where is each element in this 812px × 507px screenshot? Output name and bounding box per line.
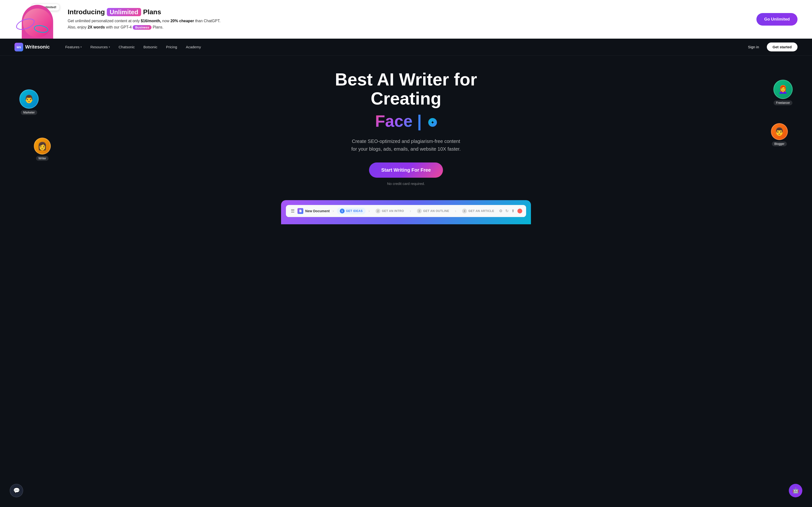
nav-chatsonic-label: Chatsonic [119,45,135,49]
banner-content: Introducing Unlimited Plans Get unlimite… [63,8,747,30]
banner-price: $16/month, [141,19,161,23]
logo-text: Writesonic [25,44,50,50]
nav-chatsonic[interactable]: Chatsonic [115,43,138,51]
hero-subheading: Create SEO-optimized and plagiarism-free… [351,137,461,153]
banner-desc-with: with our GPT-4 [106,25,133,29]
marketer-label: Marketer [21,110,37,115]
banner-title: Introducing Unlimited Plans [68,8,747,16]
hero-section: 👨 Marketer 👩 Writer 👩‍🦰 Freelancer 👨 Blo… [0,56,812,234]
blogger-label: Blogger [772,142,786,146]
chevron-down-icon: ▾ [109,46,110,48]
app-window: ☰ 📄 New Document › 1 GET IDEAS › 2 GET A… [286,205,526,217]
step-divider-2: › [368,209,370,213]
chevron-down-icon: ▾ [81,46,82,48]
app-preview-container: ☰ 📄 New Document › 1 GET IDEAS › 2 GET A… [281,200,531,224]
marketer-avatar-circle: 👨 [19,89,39,109]
nav-items: Features ▾ Resources ▾ Chatsonic Botsoni… [62,43,744,51]
step-4-number: 4 [462,209,467,213]
banner-image-area: Truly unlimited! [14,0,63,39]
banner-desc-plans: Plans. [153,25,163,29]
ai-badge-icon: ✦ [428,118,437,127]
banner-unlimited-badge: Unlimited [107,8,141,16]
settings-icon[interactable]: ⚙ [499,209,502,213]
nav-actions: Sign in Get started [744,43,798,51]
banner-description: Get unlimited personalized content at on… [68,18,747,30]
logo-link[interactable]: ws Writesonic [14,43,50,51]
blogger-avatar-circle: 👨 [771,123,788,140]
nav-features-label: Features [65,45,80,49]
banner-discount-val: 20% cheaper [170,19,194,23]
step-divider-1: › [333,209,334,213]
step-2-number: 2 [375,209,380,213]
document-icon: 📄 [298,208,303,214]
logo-short-text: ws [17,45,21,49]
step-3-number: 3 [417,209,422,213]
step-1-label: GET IDEAS [346,209,363,213]
step-divider-4: › [455,209,456,213]
logo-icon: ws [14,43,23,51]
go-unlimited-button[interactable]: Go Unlimited [756,13,798,25]
banner-title-post: Plans [143,8,161,16]
nav-pricing[interactable]: Pricing [163,43,181,51]
nav-academy-label: Academy [186,45,201,49]
step-1-number: 1 [340,209,345,213]
writer-avatar-circle: 👩 [34,137,51,155]
step-3-label: GET AN OUTLINE [423,209,449,213]
step-divider-3: › [410,209,411,213]
get-started-button[interactable]: Get started [767,43,798,51]
step-2-label: GET AN INTRO [382,209,404,213]
step-2-get-intro[interactable]: 2 GET AN INTRO [373,208,407,214]
writer-label: Writer [36,156,49,161]
navbar: ws Writesonic Features ▾ Resources ▾ Cha… [0,39,812,56]
toolbar-icons: ⚙ ↻ ⬆ [499,209,522,213]
banner-desc-discount: now [162,19,170,23]
banner-desc-also: Also, enjoy [68,25,88,29]
nav-resources-label: Resources [90,45,108,49]
step-3-get-outline[interactable]: 3 GET AN OUTLINE [414,208,452,214]
nav-botsonic-label: Botsonic [143,45,157,49]
step-4-label: GET AN ARTICLE [468,209,494,213]
nav-botsonic[interactable]: Botsonic [140,43,161,51]
banner-words: 2X words [88,25,105,29]
avatar-freelancer: 👩‍🦰 Freelancer [773,80,793,105]
avatar-writer: 👩 Writer [34,137,51,161]
freelancer-label: Freelancer [773,101,792,105]
blogger-face: 👨 [772,124,787,139]
nav-resources[interactable]: Resources ▾ [87,43,113,51]
marketer-face: 👨 [20,90,38,108]
avatar-blogger: 👨 Blogger [771,123,788,146]
freelancer-avatar-circle: 👩‍🦰 [773,80,793,99]
hero-cursor: | [417,112,422,130]
hero-sub-line2: for your blogs, ads, emails, and website… [351,146,461,152]
new-document-label: New Document [305,209,329,213]
hero-typed-word: Face [375,112,412,130]
step-4-get-article[interactable]: 4 GET AN ARTICLE [459,208,497,214]
nav-academy[interactable]: Academy [183,43,204,51]
hero-heading: Best AI Writer for Creating [297,70,515,108]
hamburger-icon[interactable]: ☰ [290,207,296,215]
hero-typing-area: Face | ✦ [375,112,437,130]
start-writing-button[interactable]: Start Writing For Free [369,163,443,178]
step-1-get-ideas[interactable]: 1 GET IDEAS [337,208,366,214]
nav-features[interactable]: Features ▾ [62,43,85,51]
freelancer-face: 👩‍🦰 [774,80,792,98]
app-toolbar: ☰ 📄 New Document › 1 GET IDEAS › 2 GET A… [286,205,526,217]
banner-business-badge: Business [133,25,152,30]
avatar-marketer: 👨 Marketer [19,89,39,115]
promo-banner: Truly unlimited! Introducing Unlimited P… [0,0,812,39]
writer-face: 👩 [35,138,50,154]
share-icon[interactable]: ⬆ [511,209,514,213]
sign-in-button[interactable]: Sign in [744,43,763,51]
hero-sub-line1: Create SEO-optimized and plagiarism-free… [352,138,460,144]
refresh-icon[interactable]: ↻ [505,209,508,213]
nav-pricing-label: Pricing [166,45,177,49]
banner-desc-line1: Get unlimited personalized content at on… [68,19,140,23]
hero-note: No credit card required. [387,181,425,186]
banner-title-pre: Introducing [68,8,105,16]
banner-desc-than: than ChatGPT. [195,19,220,23]
close-button[interactable] [517,209,522,213]
